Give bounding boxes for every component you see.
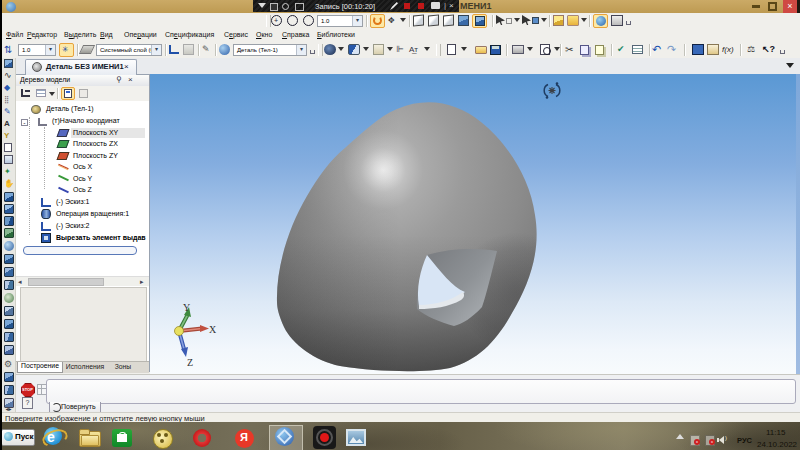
svg-text:X: X [209, 324, 217, 335]
svg-text:Z: Z [187, 357, 193, 368]
svg-text:Y: Y [183, 302, 190, 313]
